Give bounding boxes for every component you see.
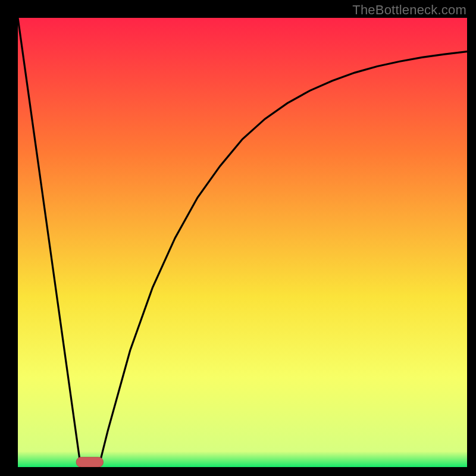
bottleneck-marker	[76, 457, 103, 467]
chart-frame: TheBottleneck.com	[0, 0, 476, 476]
watermark-label: TheBottleneck.com	[352, 2, 466, 18]
gradient-bg	[18, 18, 467, 467]
plot-area	[18, 18, 467, 467]
chart-svg	[18, 18, 467, 467]
